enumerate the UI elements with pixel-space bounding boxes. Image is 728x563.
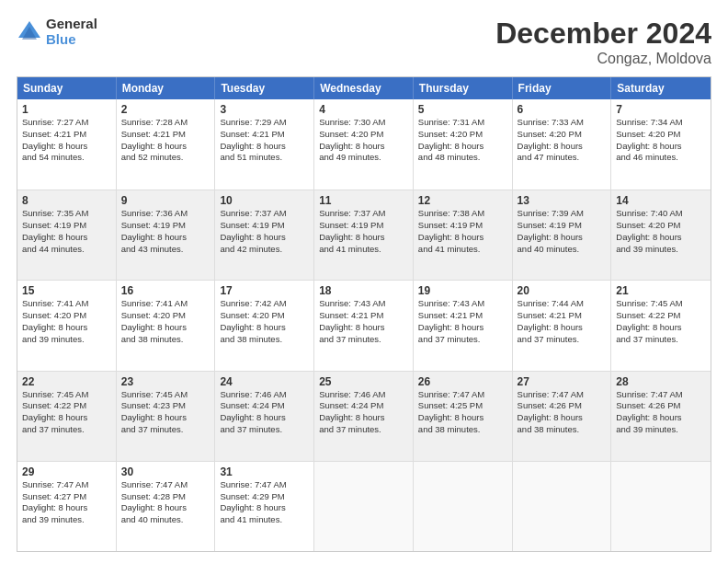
sunset-text: Sunset: 4:20 PM [220, 310, 309, 322]
daylight-minutes-text: and 37 minutes. [22, 424, 111, 436]
day-number: 14 [616, 194, 706, 207]
sunrise-text: Sunrise: 7:29 AM [220, 117, 309, 129]
calendar-cell-day-2: 2Sunrise: 7:28 AMSunset: 4:21 PMDaylight… [117, 99, 216, 190]
sunrise-text: Sunrise: 7:41 AM [121, 298, 210, 310]
sunset-text: Sunset: 4:19 PM [518, 220, 607, 232]
sunset-text: Sunset: 4:29 PM [220, 491, 309, 503]
sunrise-text: Sunrise: 7:27 AM [22, 117, 111, 129]
calendar-cell-day-29: 29Sunrise: 7:47 AMSunset: 4:27 PMDayligh… [17, 462, 117, 551]
calendar-cell-day-14: 14Sunrise: 7:40 AMSunset: 4:20 PMDayligh… [611, 190, 711, 280]
calendar-cell-day-5: 5Sunrise: 7:31 AMSunset: 4:20 PMDaylight… [414, 99, 513, 190]
sunset-text: Sunset: 4:21 PM [319, 310, 408, 322]
day-number: 3 [220, 103, 309, 116]
day-number: 7 [616, 103, 706, 116]
calendar-cell-empty-4-6 [611, 462, 711, 551]
weekday-header-tuesday: Tuesday [215, 77, 314, 99]
daylight-minutes-text: and 41 minutes. [319, 244, 408, 256]
day-number: 27 [518, 375, 607, 388]
daylight-minutes-text: and 39 minutes. [22, 514, 111, 526]
sunrise-text: Sunrise: 7:47 AM [418, 389, 507, 401]
sunrise-text: Sunrise: 7:31 AM [418, 117, 507, 129]
daylight-minutes-text: and 54 minutes. [22, 152, 111, 164]
day-number: 29 [22, 465, 111, 478]
sunset-text: Sunset: 4:19 PM [418, 220, 507, 232]
sunrise-text: Sunrise: 7:35 AM [22, 208, 111, 220]
calendar-cell-day-13: 13Sunrise: 7:39 AMSunset: 4:19 PMDayligh… [513, 190, 612, 280]
sunset-text: Sunset: 4:21 PM [220, 129, 309, 141]
daylight-text: Daylight: 8 hours [518, 141, 607, 153]
calendar-cell-day-27: 27Sunrise: 7:47 AMSunset: 4:26 PMDayligh… [513, 372, 612, 461]
weekday-header-saturday: Saturday [611, 77, 711, 99]
sunrise-text: Sunrise: 7:47 AM [518, 389, 607, 401]
calendar-cell-empty-4-3 [314, 462, 414, 551]
daylight-text: Daylight: 8 hours [518, 412, 607, 424]
sunset-text: Sunset: 4:20 PM [518, 129, 607, 141]
calendar-header: SundayMondayTuesdayWednesdayThursdayFrid… [17, 77, 711, 99]
calendar-cell-day-9: 9Sunrise: 7:36 AMSunset: 4:19 PMDaylight… [117, 190, 216, 280]
calendar-cell-day-4: 4Sunrise: 7:30 AMSunset: 4:20 PMDaylight… [314, 99, 414, 190]
calendar: SundayMondayTuesdayWednesdayThursdayFrid… [17, 76, 711, 552]
daylight-minutes-text: and 49 minutes. [319, 152, 408, 164]
sunset-text: Sunset: 4:20 PM [121, 310, 210, 322]
daylight-minutes-text: and 40 minutes. [518, 244, 607, 256]
daylight-minutes-text: and 37 minutes. [121, 424, 210, 436]
day-number: 24 [220, 375, 309, 388]
calendar-cell-day-3: 3Sunrise: 7:29 AMSunset: 4:21 PMDaylight… [215, 99, 314, 190]
daylight-minutes-text: and 39 minutes. [616, 424, 706, 436]
calendar-cell-day-30: 30Sunrise: 7:47 AMSunset: 4:28 PMDayligh… [117, 462, 216, 551]
daylight-text: Daylight: 8 hours [22, 322, 111, 334]
daylight-minutes-text: and 38 minutes. [220, 334, 309, 346]
daylight-text: Daylight: 8 hours [616, 412, 706, 424]
day-number: 20 [518, 284, 607, 297]
sunrise-text: Sunrise: 7:47 AM [616, 389, 706, 401]
sunset-text: Sunset: 4:19 PM [319, 220, 408, 232]
daylight-minutes-text: and 44 minutes. [22, 244, 111, 256]
sunrise-text: Sunrise: 7:37 AM [319, 208, 408, 220]
sunset-text: Sunset: 4:26 PM [616, 400, 706, 412]
daylight-text: Daylight: 8 hours [418, 232, 507, 244]
calendar-cell-day-11: 11Sunrise: 7:37 AMSunset: 4:19 PMDayligh… [314, 190, 414, 280]
sunset-text: Sunset: 4:25 PM [418, 400, 507, 412]
sunset-text: Sunset: 4:23 PM [121, 400, 210, 412]
day-number: 12 [418, 194, 507, 207]
daylight-text: Daylight: 8 hours [121, 502, 210, 514]
calendar-cell-day-28: 28Sunrise: 7:47 AMSunset: 4:26 PMDayligh… [611, 372, 711, 461]
sunrise-text: Sunrise: 7:41 AM [22, 298, 111, 310]
day-number: 21 [616, 284, 706, 297]
daylight-minutes-text: and 48 minutes. [418, 152, 507, 164]
sunset-text: Sunset: 4:22 PM [22, 400, 111, 412]
calendar-cell-day-17: 17Sunrise: 7:42 AMSunset: 4:20 PMDayligh… [215, 281, 314, 370]
daylight-text: Daylight: 8 hours [418, 412, 507, 424]
daylight-text: Daylight: 8 hours [418, 141, 507, 153]
calendar-cell-day-22: 22Sunrise: 7:45 AMSunset: 4:22 PMDayligh… [17, 372, 117, 461]
sunrise-text: Sunrise: 7:43 AM [319, 298, 408, 310]
sunset-text: Sunset: 4:20 PM [418, 129, 507, 141]
day-number: 13 [518, 194, 607, 207]
daylight-text: Daylight: 8 hours [121, 232, 210, 244]
daylight-text: Daylight: 8 hours [22, 412, 111, 424]
daylight-text: Daylight: 8 hours [220, 322, 309, 334]
day-number: 2 [121, 103, 210, 116]
daylight-minutes-text: and 51 minutes. [220, 152, 309, 164]
day-number: 17 [220, 284, 309, 297]
calendar-cell-day-18: 18Sunrise: 7:43 AMSunset: 4:21 PMDayligh… [314, 281, 414, 370]
day-number: 8 [22, 194, 111, 207]
calendar-row-2: 15Sunrise: 7:41 AMSunset: 4:20 PMDayligh… [17, 280, 711, 370]
sunrise-text: Sunrise: 7:46 AM [220, 389, 309, 401]
sunset-text: Sunset: 4:20 PM [319, 129, 408, 141]
sunrise-text: Sunrise: 7:34 AM [616, 117, 706, 129]
sunrise-text: Sunrise: 7:45 AM [22, 389, 111, 401]
daylight-text: Daylight: 8 hours [319, 412, 408, 424]
daylight-text: Daylight: 8 hours [518, 322, 607, 334]
sunset-text: Sunset: 4:27 PM [22, 491, 111, 503]
daylight-minutes-text: and 41 minutes. [418, 244, 507, 256]
daylight-minutes-text: and 42 minutes. [220, 244, 309, 256]
sunrise-text: Sunrise: 7:39 AM [518, 208, 607, 220]
calendar-cell-day-15: 15Sunrise: 7:41 AMSunset: 4:20 PMDayligh… [17, 281, 117, 370]
daylight-minutes-text: and 41 minutes. [220, 514, 309, 526]
day-number: 10 [220, 194, 309, 207]
daylight-text: Daylight: 8 hours [22, 141, 111, 153]
daylight-minutes-text: and 37 minutes. [418, 334, 507, 346]
sunrise-text: Sunrise: 7:37 AM [220, 208, 309, 220]
calendar-cell-day-25: 25Sunrise: 7:46 AMSunset: 4:24 PMDayligh… [314, 372, 414, 461]
